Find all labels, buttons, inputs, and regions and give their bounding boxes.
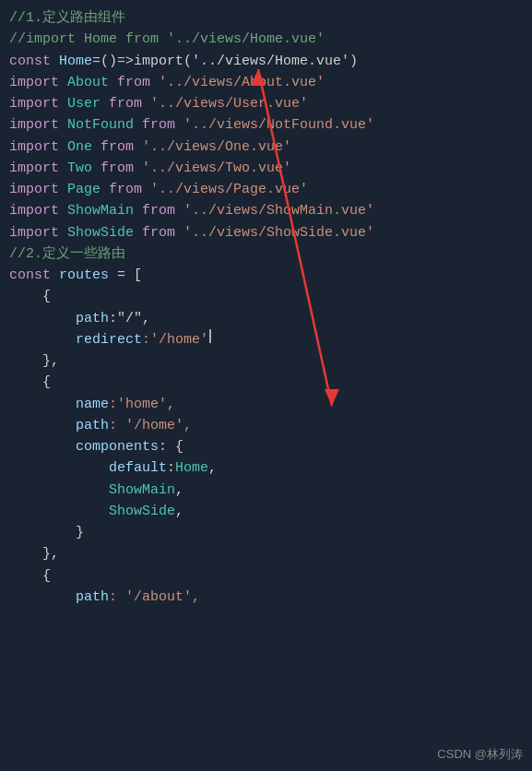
code-line: const routes = [ (9, 265, 523, 286)
code-token: from (100, 179, 150, 200)
code-token: ShowMain (67, 200, 134, 221)
code-line: }, (9, 543, 523, 564)
code-token: from (134, 114, 183, 136)
code-token: =()=>import('../views/Home.vue') (92, 51, 358, 72)
code-content: //1.定义路由组件//import Home from '../views/H… (9, 7, 523, 608)
code-token: : '/about', (109, 587, 200, 608)
code-token: import (9, 114, 67, 136)
code-token (9, 329, 76, 350)
code-line: import ShowSide from '../views/ShowSide.… (9, 222, 523, 243)
code-line: components: { (9, 436, 523, 457)
code-token: : (167, 457, 175, 479)
code-token: name (76, 394, 109, 415)
code-token: import (9, 200, 67, 221)
code-line: import NotFound from '../views/NotFound.… (9, 114, 523, 136)
code-token: const (9, 265, 59, 286)
code-token: //1.定义路由组件 (9, 7, 125, 29)
code-line: } (9, 522, 523, 543)
code-token (9, 501, 109, 522)
code-token: User (67, 93, 100, 114)
watermark: CSDN @林列涛 (437, 745, 523, 764)
code-token: About (67, 72, 109, 93)
code-line: import User from '../views/User.vue' (9, 93, 523, 114)
code-token (9, 457, 109, 479)
code-token (9, 415, 76, 436)
code-token: '../views/NotFound.vue' (183, 114, 374, 136)
code-token: components (76, 436, 159, 457)
code-token: }, (9, 350, 59, 372)
code-token: const (9, 51, 59, 72)
code-line: { (9, 565, 523, 587)
code-token: from (92, 136, 142, 158)
code-token: }, (9, 543, 59, 564)
code-token: from (134, 222, 183, 243)
code-token: routes (59, 265, 109, 286)
code-token (9, 436, 76, 457)
code-token: //2.定义一些路由 (9, 243, 125, 265)
code-line: ShowMain, (9, 480, 523, 501)
code-line: import Page from '../views/Page.vue' (9, 179, 523, 200)
code-line: default:Home, (9, 457, 523, 479)
code-token: NotFound (67, 114, 134, 136)
code-token: One (67, 136, 92, 158)
code-token: import (9, 72, 67, 93)
code-token: default (109, 457, 167, 479)
code-token: import (9, 93, 67, 114)
code-token: { (9, 372, 51, 393)
code-token: '../views/One.vue' (142, 136, 291, 158)
code-line: name:'home', (9, 394, 523, 415)
code-token: import (9, 179, 67, 200)
code-token (9, 308, 76, 329)
code-token: ShowSide (109, 501, 175, 522)
code-line: redirect:'/home' (9, 329, 523, 350)
code-line: path: '/about', (9, 587, 523, 608)
code-line: { (9, 372, 523, 393)
code-token: from (92, 158, 142, 179)
code-token: import (9, 158, 67, 179)
code-token: '../views/About.vue' (159, 72, 325, 93)
code-line: import One from '../views/One.vue' (9, 136, 523, 158)
code-token: Home (175, 457, 208, 479)
code-token: import (9, 136, 67, 158)
code-line: import ShowMain from '../views/ShowMain.… (9, 200, 523, 221)
code-line: const Home=()=>import('../views/Home.vue… (9, 51, 523, 72)
code-token (9, 394, 76, 415)
code-token: Two (67, 158, 92, 179)
code-line: //import Home from '../views/Home.vue' (9, 29, 523, 50)
code-token: '../views/ShowSide.vue' (183, 222, 374, 243)
code-token: ShowMain (109, 480, 175, 501)
code-line: }, (9, 350, 523, 372)
code-token: '../views/Page.vue' (150, 179, 308, 200)
code-token (9, 587, 76, 608)
code-token: '../views/Two.vue' (142, 158, 291, 179)
code-token: path (76, 308, 109, 329)
code-line: import Two from '../views/Two.vue' (9, 158, 523, 179)
code-token: = [ (109, 265, 142, 286)
code-token: from (109, 72, 159, 93)
code-token: , (208, 457, 217, 479)
code-token: ShowSide (67, 222, 134, 243)
code-token: path (76, 587, 109, 608)
code-token: : '/home', (109, 415, 192, 436)
code-token: :'/home' (142, 329, 208, 350)
code-token: { (9, 286, 51, 307)
code-token: '../views/User.vue' (150, 93, 308, 114)
code-token: Page (67, 179, 100, 200)
code-token: Home (59, 51, 92, 72)
code-token: redirect (76, 329, 142, 350)
code-line: //2.定义一些路由 (9, 243, 523, 265)
code-token: '../views/ShowMain.vue' (183, 200, 374, 221)
code-line: ShowSide, (9, 501, 523, 522)
code-token: , (175, 501, 183, 522)
code-token: import (9, 222, 67, 243)
code-line: import About from '../views/About.vue' (9, 72, 523, 93)
code-token: { (9, 565, 51, 587)
code-token: :"/", (109, 308, 150, 329)
code-line: { (9, 286, 523, 307)
code-token: //import Home from '../views/Home.vue' (9, 29, 325, 50)
code-token: from (134, 200, 183, 221)
code-line: path: '/home', (9, 415, 523, 436)
code-token: from (100, 93, 150, 114)
code-line: //1.定义路由组件 (9, 7, 523, 29)
code-editor: //1.定义路由组件//import Home from '../views/H… (0, 0, 532, 771)
